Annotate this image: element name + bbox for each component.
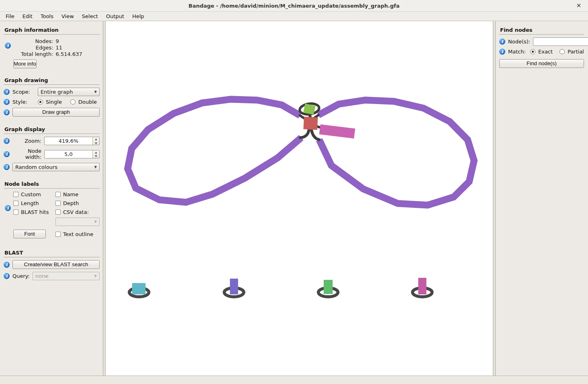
divider [4,34,100,35]
nodes-count-value: 9 [56,38,82,44]
bottom-node-purple[interactable] [230,279,238,294]
draw-graph-button[interactable]: Draw graph [12,108,100,117]
edge-red-to-lowerleft [300,129,309,138]
match-partial-radio[interactable] [559,49,565,54]
nodes-search-input[interactable] [533,37,588,46]
info-icon[interactable]: i [4,99,10,105]
spin-down-icon[interactable]: ▼ [93,154,99,158]
zoom-label: Zoom: [12,138,41,144]
title-bar: Bandage - /home/david/minion/M_chimaera_… [0,0,588,12]
info-icon[interactable]: i [499,49,505,55]
chevron-down-icon: ▼ [94,274,97,278]
style-double-radio[interactable] [70,99,76,105]
status-bar [0,376,588,384]
divider [4,84,100,85]
csv-data-label: CSV data: [63,209,89,215]
graph-information-block: i Nodes: 9 Edges: 11 Total length: 6.514… [4,37,100,58]
info-icon[interactable]: i [5,43,11,49]
node-labels-title: Node labels [4,181,100,187]
find-nodes-button[interactable]: Find node(s) [499,59,584,68]
menu-help[interactable]: Help [128,12,148,20]
menu-select[interactable]: Select [78,12,102,20]
style-single-label: Single [46,99,62,105]
info-icon[interactable]: i [4,109,10,115]
scope-label: Scope: [12,89,35,95]
graph-information-title: Graph information [4,27,100,33]
length-label: Length [21,200,39,206]
length-checkbox[interactable] [13,201,18,206]
total-length-value: 6.514.637 [56,51,82,57]
left-loop-node[interactable] [128,99,301,202]
font-button[interactable]: Font [13,230,46,238]
colour-scheme-dropdown[interactable]: Random colours ▼ [12,163,100,171]
blast-title: BLAST [4,250,100,256]
right-loop-node[interactable] [318,100,474,205]
menu-tools[interactable]: Tools [37,12,57,20]
chevron-down-icon: ▼ [94,90,97,94]
info-icon[interactable]: i [4,273,10,279]
info-icon[interactable]: i [4,89,10,95]
menu-file[interactable]: File [2,12,18,20]
menu-view[interactable]: View [57,12,78,20]
red-center-node[interactable] [303,117,318,130]
bandage-window: Bandage - /home/david/minion/M_chimaera_… [0,0,588,384]
bottom-node-pink[interactable] [418,278,426,294]
spin-down-icon[interactable]: ▼ [93,141,99,145]
zoom-spinner[interactable]: 419,6% ▲▼ [44,137,100,145]
node-width-value: 5,0 [45,150,92,158]
info-icon[interactable]: i [4,151,10,157]
blast-hits-checkbox[interactable] [13,209,18,215]
csv-data-checkbox[interactable] [55,209,61,215]
match-exact-radio[interactable] [530,49,535,54]
assembly-graph-canvas[interactable] [105,21,493,376]
create-view-blast-search-button[interactable]: Create/view BLAST search [12,260,100,269]
close-icon[interactable]: ✕ [574,0,583,12]
csv-data-dropdown: ▼ [55,218,100,226]
info-icon[interactable]: i [4,262,10,268]
style-label: Style: [12,99,35,105]
find-nodes-title: Find nodes [500,27,584,33]
assembly-graph-svg [106,21,493,376]
graph-display-title: Graph display [4,126,100,132]
name-label: Name [63,191,78,197]
bottom-node-teal[interactable] [132,283,145,294]
info-icon[interactable]: i [5,205,11,211]
node-width-spinner[interactable]: 5,0 ▲▼ [44,150,100,158]
node-labels-block: i Custom Name Length Depth BLAST hits CS… [4,191,100,238]
window-title: Bandage - /home/david/minion/M_chimaera_… [0,0,588,12]
name-checkbox[interactable] [55,192,61,197]
pink-center-node[interactable] [319,124,355,138]
depth-checkbox[interactable] [55,201,61,206]
divider [4,257,100,257]
bottom-node-green[interactable] [324,280,333,294]
edges-count-value: 11 [56,45,82,51]
style-single-radio[interactable] [38,99,43,105]
spinner-arrows[interactable]: ▲▼ [92,137,99,145]
custom-label: Custom [21,191,41,197]
more-info-button[interactable]: More info [13,60,37,68]
custom-checkbox[interactable] [13,192,18,197]
query-dropdown: none ▼ [33,272,100,280]
divider [4,188,100,189]
info-icon[interactable]: i [4,164,10,170]
spin-up-icon[interactable]: ▲ [93,150,99,154]
info-icon[interactable]: i [499,39,505,45]
spin-up-icon[interactable]: ▲ [93,137,99,141]
menu-bar: File Edit Tools View Select Output Help [0,12,588,21]
total-length-label: Total length: [21,51,53,57]
spinner-arrows[interactable]: ▲▼ [92,150,99,158]
depth-label: Depth [63,200,79,206]
menu-edit[interactable]: Edit [18,12,37,20]
colour-scheme-value: Random colours [15,164,92,170]
edges-count-label: Edges: [21,45,53,51]
match-label: Match: [508,49,527,55]
text-outline-checkbox[interactable] [55,232,61,237]
chevron-down-icon: ▼ [94,165,97,169]
scope-selected-value: Entire graph [41,89,92,95]
match-exact-label: Exact [538,49,553,55]
menu-output[interactable]: Output [102,12,128,20]
info-icon[interactable]: i [4,138,10,144]
scope-dropdown[interactable]: Entire graph ▼ [38,88,100,96]
divider [4,133,100,134]
query-label: Query: [12,273,30,279]
